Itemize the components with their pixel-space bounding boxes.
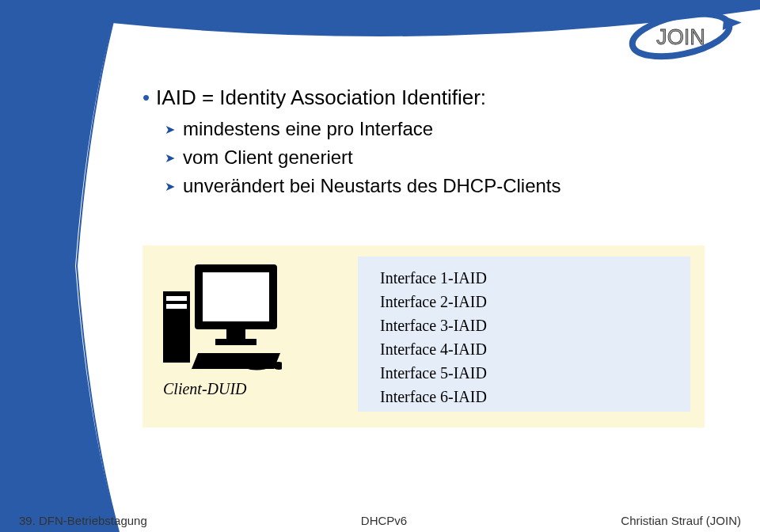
bullet-level2: ➤unverändert bei Neustarts des DHCP-Clie… [165,175,728,197]
footer-left: 39. DFN-Betriebstagung [19,514,147,527]
join-logo: JOIN [618,5,744,68]
bullet-dot-icon: • [142,86,150,109]
diagram-panel: Client-DUID Interface 1-IAID Interface 2… [142,245,705,428]
svg-rect-4 [166,296,187,301]
computer-icon [163,264,282,375]
svg-rect-5 [166,304,187,309]
chevron-icon: ➤ [165,150,175,165]
bullet-level1: •IAID = Identity Association Identifier: [142,86,728,110]
svg-rect-9 [215,339,256,345]
svg-rect-8 [226,329,245,339]
chevron-icon: ➤ [165,122,175,137]
bullet-text: IAID = Identity Association Identifier: [156,86,486,109]
slide-footer: 39. DFN-Betriebstagung DHCPv6 Christian … [19,514,741,527]
interface-item: Interface 5-IAID [380,361,487,385]
bullet-level2: ➤vom Client generiert [165,146,728,169]
svg-rect-7 [203,272,269,321]
bullet-content: •IAID = Identity Association Identifier:… [142,86,728,203]
interface-item: Interface 2-IAID [380,290,487,314]
interface-item: Interface 6-IAID [380,385,487,408]
interface-item: Interface 3-IAID [380,314,487,337]
interface-item: Interface 1-IAID [380,266,487,290]
svg-point-2 [677,9,685,17]
slide: JOIN •IAID = Identity Association Identi… [0,0,760,532]
logo-text: JOIN [656,25,705,49]
bullet-text: unverändert bei Neustarts des DHCP-Clien… [183,175,561,196]
footer-right: Christian Strauf (JOIN) [621,514,741,527]
client-duid-label: Client-DUID [163,380,247,398]
bullet-text: mindestens eine pro Interface [183,118,433,139]
svg-rect-3 [163,291,190,363]
footer-center: DHCPv6 [361,514,407,527]
bullet-level2: ➤mindestens eine pro Interface [165,118,728,140]
bullet-text: vom Client generiert [183,146,353,168]
interface-list: Interface 1-IAID Interface 2-IAID Interf… [380,266,487,408]
interface-item: Interface 4-IAID [380,337,487,361]
chevron-icon: ➤ [165,179,175,194]
